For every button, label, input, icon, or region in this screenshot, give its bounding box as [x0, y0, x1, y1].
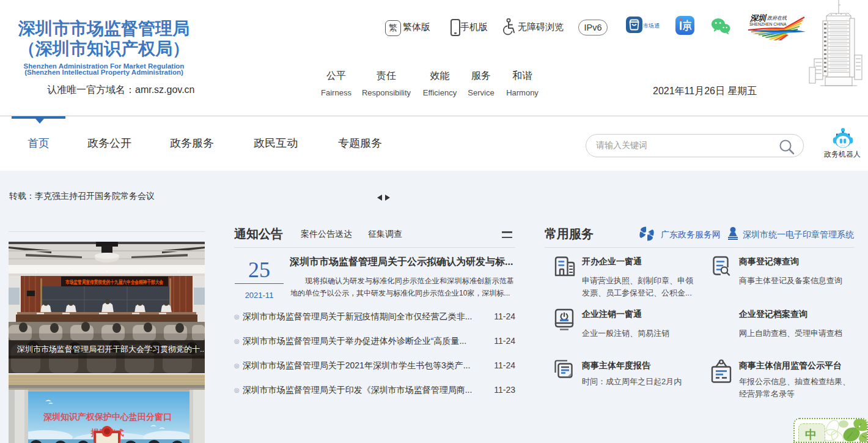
svg-text:政府在线: 政府在线 — [767, 15, 787, 21]
svg-text:市场监管局宣传贯彻党的十九届六中全会精神干部大会: 市场监管局宣传贯彻党的十九届六中全会精神干部大会 — [65, 279, 163, 285]
svg-text:深圳: 深圳 — [749, 13, 767, 23]
svg-text:深圳知识产权保护中心盐田分窗口: 深圳知识产权保护中心盐田分窗口 — [43, 412, 172, 422]
svg-text:SHENZHEN CHINA: SHENZHEN CHINA — [749, 22, 787, 26]
